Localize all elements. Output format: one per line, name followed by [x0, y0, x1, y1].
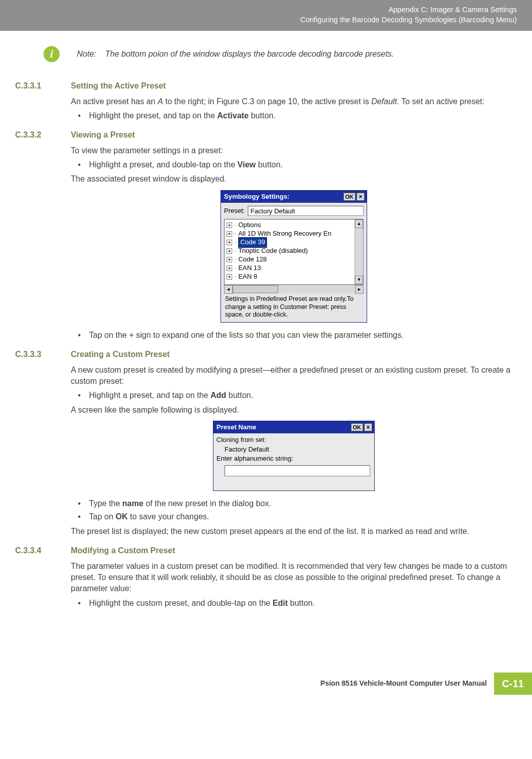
bullet-list: Highlight the custom preset, and double-…	[71, 598, 517, 609]
preset-name-input[interactable]	[225, 465, 370, 476]
note-body: The bottom poion of the window displays …	[105, 50, 394, 58]
header-line-2: Configuring the Barcode Decoding Symbolo…	[15, 15, 517, 25]
preset-label: Preset:	[224, 206, 245, 215]
symbology-settings-window: Symbology Settings: OK × Preset: Factory…	[220, 190, 367, 323]
section-c-3-3-1: C.3.3.1 Setting the Active Preset An act…	[15, 80, 517, 124]
preset-field[interactable]: Factory Default	[248, 206, 364, 216]
scroll-left-icon[interactable]: ◄	[224, 285, 233, 294]
window-title: Preset Name	[215, 423, 351, 432]
section-c-3-3-4: C.3.3.4 Modifying a Custom Preset The pa…	[15, 545, 517, 612]
list-item: Tap on the + sign to expand one of the l…	[78, 330, 517, 341]
paragraph: A new custom preset is created by modify…	[71, 365, 517, 387]
cloning-label: Cloning from set:	[216, 435, 371, 444]
section-title: Viewing a Preset	[71, 129, 517, 141]
section-number: C.3.3.1	[15, 80, 62, 124]
expand-icon[interactable]: +	[227, 265, 232, 271]
note-label: Note:	[77, 50, 96, 58]
list-item: Highlight a preset, and double-tap on th…	[78, 159, 517, 170]
bullet-list: Highlight a preset, and double-tap on th…	[71, 159, 517, 170]
window-titlebar[interactable]: Symbology Settings: OK ×	[221, 191, 367, 203]
info-icon: i	[43, 46, 60, 62]
bullet-list: Highlight the preset, and tap on the Act…	[71, 110, 517, 121]
note-callout: i Note: The bottom poion of the window d…	[43, 46, 517, 62]
paragraph: The preset list is displayed; the new cu…	[71, 526, 517, 537]
page-number-badge: C-11	[494, 673, 532, 695]
status-text: Settings in Predefined Preset are read o…	[224, 295, 364, 320]
tree-item-ean-13: +··EAN 13	[227, 264, 352, 273]
bullet-list: Highlight a preset, and tap on the Add b…	[71, 390, 517, 401]
tree-panel[interactable]: +··Options +··All 1D With Strong Recover…	[224, 219, 364, 285]
tree-item-options: +··Options	[227, 221, 352, 230]
list-item: Highlight the custom preset, and double-…	[78, 598, 517, 609]
bullet-list: Tap on the + sign to expand one of the l…	[71, 330, 517, 341]
scroll-thumb[interactable]	[233, 285, 278, 293]
scroll-right-icon[interactable]: ►	[355, 285, 364, 294]
enter-string-label: Enter alphanumeric string:	[216, 454, 371, 463]
close-icon[interactable]: ×	[364, 423, 372, 431]
preset-row: Preset: Factory Default	[224, 206, 364, 216]
expand-icon[interactable]: +	[227, 231, 232, 237]
scroll-up-icon[interactable]: ▲	[355, 219, 363, 228]
paragraph: An active preset has an A to the right; …	[71, 96, 517, 107]
section-title: Modifying a Custom Preset	[71, 545, 517, 556]
list-item: Type the name of the new preset in the d…	[78, 498, 517, 509]
bullet-list: Type the name of the new preset in the d…	[71, 498, 517, 523]
section-number: C.3.3.4	[15, 545, 62, 612]
expand-icon[interactable]: +	[227, 222, 232, 228]
section-c-3-3-3: C.3.3.3 Creating a Custom Preset A new c…	[15, 349, 517, 540]
expand-icon[interactable]: +	[227, 274, 232, 280]
page-footer: Psion 8516 Vehicle-Mount Computer User M…	[0, 673, 532, 695]
paragraph: The associated preset window is displaye…	[71, 173, 517, 185]
expand-icon[interactable]: +	[227, 248, 232, 254]
tree-item-ean-8: +··EAN 8	[227, 273, 352, 281]
list-item: Highlight the preset, and tap on the Act…	[78, 110, 517, 121]
expand-icon[interactable]: +	[227, 240, 232, 245]
page-content: i Note: The bottom poion of the window d…	[0, 31, 532, 612]
section-title: Setting the Active Preset	[71, 80, 517, 92]
tree-item-code-128: +··Code 128	[227, 255, 352, 264]
footer-manual-title: Psion 8516 Vehicle-Mount Computer User M…	[314, 673, 494, 695]
list-item: Highlight a preset, and tap on the Add b…	[78, 390, 517, 401]
header-line-1: Appendix C: Imager & Camera Settings	[15, 5, 517, 15]
cloning-source: Factory Default	[216, 445, 371, 454]
window-titlebar[interactable]: Preset Name OK ×	[213, 421, 374, 433]
paragraph: The parameter values in a custom preset …	[71, 561, 517, 595]
note-text: Note: The bottom poion of the window dis…	[77, 49, 394, 60]
section-number: C.3.3.2	[15, 129, 62, 344]
section-title: Creating a Custom Preset	[71, 349, 517, 360]
scroll-down-icon[interactable]: ▼	[355, 276, 363, 284]
paragraph: To view the parameter settings in a pres…	[71, 145, 517, 156]
ok-button[interactable]: OK	[343, 193, 356, 201]
section-number: C.3.3.3	[15, 349, 62, 540]
window-title: Symbology Settings:	[223, 192, 343, 201]
list-item: Tap on OK to save your changes.	[78, 511, 517, 522]
section-c-3-3-2: C.3.3.2 Viewing a Preset To view the par…	[15, 129, 517, 344]
page-header: Appendix C: Imager & Camera Settings Con…	[0, 0, 532, 31]
vertical-scrollbar[interactable]: ▲ ▼	[354, 219, 363, 284]
horizontal-scrollbar[interactable]: ◄ ►	[224, 285, 364, 293]
expand-icon[interactable]: +	[227, 257, 232, 262]
tree-item-code-39: +··Code 39	[227, 238, 352, 247]
preset-name-window: Preset Name OK × Cloning from set: Facto…	[213, 421, 375, 491]
tree-item-trioptic: +··Trioptic Code (disabled)	[227, 247, 352, 255]
ok-button[interactable]: OK	[351, 423, 364, 431]
paragraph: A screen like the sample following is di…	[71, 405, 517, 416]
close-icon[interactable]: ×	[357, 193, 365, 201]
